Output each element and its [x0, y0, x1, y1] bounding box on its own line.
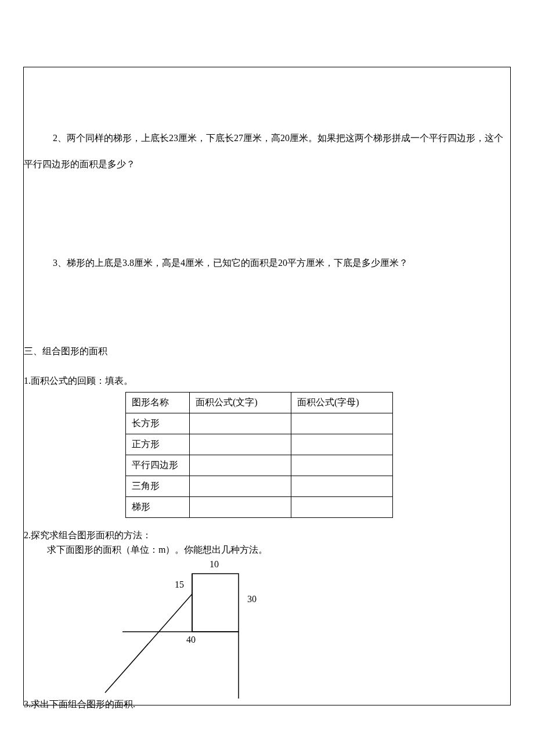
table-row: 平行四边形: [126, 455, 393, 476]
subsection-1-text: 1.面积公式的回顾：填表。: [24, 376, 133, 386]
table-row: 三角形: [126, 476, 393, 497]
content-area: 2、两个同样的梯形，上底长23厘米，下底长27厘米，高20厘米。如果把这两个梯形…: [24, 67, 510, 711]
figure-diagonal: [105, 594, 192, 693]
question-2: 2、两个同样的梯形，上底长23厘米，下底长27厘米，高20厘米。如果把这两个梯形…: [24, 67, 510, 152]
formula-table: 图形名称 面积公式(文字) 面积公式(字母) 长方形 正方形 平行四边形: [125, 392, 393, 518]
figure-svg: [88, 559, 320, 699]
subsection-2-line2-wrap: 求下面图形的面积（单位：m）。你能想出几种方法。: [24, 542, 510, 556]
section-3-title-text: 三、组合图形的面积: [24, 346, 107, 356]
section-3-title: 三、组合图形的面积: [24, 276, 510, 358]
cell-shape-name: 梯形: [126, 497, 190, 518]
subsection-3-text: 3.求出下面组合图形的面积.: [24, 699, 135, 709]
subsection-1: 1.面积公式的回顾：填表。: [24, 358, 510, 387]
cell-formula-letter[interactable]: [291, 497, 393, 518]
table-row: 梯形: [126, 497, 393, 518]
cell-shape-name: 三角形: [126, 476, 190, 497]
table-header-row: 图形名称 面积公式(文字) 面积公式(字母): [126, 393, 393, 413]
cell-formula-letter[interactable]: [291, 413, 393, 434]
cell-shape-name: 平行四边形: [126, 455, 190, 476]
figure-label-right: 30: [247, 594, 257, 604]
question-2-text: 2、两个同样的梯形，上底长23厘米，下底长27厘米，高20厘米。如果把这两个梯形…: [53, 133, 503, 143]
question-3-text: 3、梯形的上底是3.8厘米，高是4厘米，已知它的面积是20平方厘米，下底是多少厘…: [53, 258, 408, 268]
header-formula-word: 面积公式(文字): [190, 393, 291, 413]
subsection-2-line1: 2.探究求组合图形面积的方法：: [24, 530, 151, 540]
cell-formula-word[interactable]: [190, 476, 291, 497]
question-3: 3、梯形的上底是3.8厘米，高是4厘米，已知它的面积是20平方厘米，下底是多少厘…: [24, 178, 510, 276]
table-row: 长方形: [126, 413, 393, 434]
figure-label-left: 15: [175, 579, 184, 590]
composite-figure: 10 15 30 40: [88, 559, 320, 699]
figure-label-bottom: 40: [186, 635, 196, 645]
header-shape-name: 图形名称: [126, 393, 190, 413]
subsection-3: 3.求出下面组合图形的面积.: [24, 699, 510, 711]
cell-formula-letter[interactable]: [291, 455, 393, 476]
question-2-continuation: 平行四边形的面积是多少？: [24, 152, 510, 178]
cell-formula-letter[interactable]: [291, 434, 393, 455]
cell-formula-word[interactable]: [190, 413, 291, 434]
cell-formula-word[interactable]: [190, 497, 291, 518]
cell-formula-word[interactable]: [190, 434, 291, 455]
cell-shape-name: 正方形: [126, 434, 190, 455]
cell-shape-name: 长方形: [126, 413, 190, 434]
header-formula-letter: 面积公式(字母): [291, 393, 393, 413]
figure-label-top: 10: [210, 559, 219, 570]
figure-top-rect: [192, 574, 239, 632]
formula-table-container: 图形名称 面积公式(文字) 面积公式(字母) 长方形 正方形 平行四边形: [24, 387, 510, 518]
question-2-cont-text: 平行四边形的面积是多少？: [24, 159, 135, 169]
subsection-2-line2: 求下面图形的面积（单位：m）。你能想出几种方法。: [47, 545, 268, 555]
table-row: 正方形: [126, 434, 393, 455]
cell-formula-word[interactable]: [190, 455, 291, 476]
page-border: 2、两个同样的梯形，上底长23厘米，下底长27厘米，高20厘米。如果把这两个梯形…: [23, 67, 511, 705]
subsection-2: 2.探究求组合图形面积的方法：: [24, 518, 510, 542]
cell-formula-letter[interactable]: [291, 476, 393, 497]
